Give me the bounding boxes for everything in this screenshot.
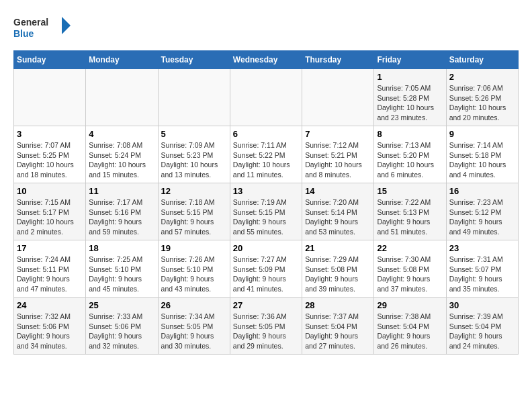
column-header-monday: Monday: [86, 51, 158, 69]
calendar-cell: 28Sunrise: 7:37 AM Sunset: 5:04 PM Dayli…: [302, 298, 374, 355]
calendar-cell: 24Sunrise: 7:32 AM Sunset: 5:06 PM Dayli…: [14, 298, 86, 355]
calendar-cell: 15Sunrise: 7:22 AM Sunset: 5:13 PM Dayli…: [374, 183, 446, 240]
day-info: Sunrise: 7:13 AM Sunset: 5:20 PM Dayligh…: [377, 140, 443, 180]
day-info: Sunrise: 7:24 AM Sunset: 5:11 PM Dayligh…: [17, 255, 83, 294]
day-number: 26: [161, 300, 227, 310]
column-header-sunday: Sunday: [14, 51, 86, 69]
calendar-cell: 4Sunrise: 7:08 AM Sunset: 5:24 PM Daylig…: [86, 126, 158, 183]
day-number: 2: [449, 72, 515, 82]
header-row: SundayMondayTuesdayWednesdayThursdayFrid…: [14, 51, 519, 69]
day-info: Sunrise: 7:05 AM Sunset: 5:28 PM Dayligh…: [377, 83, 443, 123]
day-info: Sunrise: 7:06 AM Sunset: 5:26 PM Dayligh…: [449, 83, 515, 123]
calendar-cell: [230, 69, 302, 126]
day-info: Sunrise: 7:32 AM Sunset: 5:06 PM Dayligh…: [17, 312, 83, 351]
day-info: Sunrise: 7:27 AM Sunset: 5:09 PM Dayligh…: [233, 255, 299, 294]
day-info: Sunrise: 7:17 AM Sunset: 5:16 PM Dayligh…: [89, 197, 154, 237]
day-info: Sunrise: 7:15 AM Sunset: 5:17 PM Dayligh…: [17, 197, 83, 237]
column-header-wednesday: Wednesday: [230, 51, 302, 69]
calendar-cell: 19Sunrise: 7:26 AM Sunset: 5:10 PM Dayli…: [158, 240, 230, 298]
calendar-cell: 6Sunrise: 7:11 AM Sunset: 5:22 PM Daylig…: [230, 126, 302, 183]
day-number: 12: [161, 186, 227, 196]
calendar-cell: 29Sunrise: 7:38 AM Sunset: 5:04 PM Dayli…: [374, 298, 446, 355]
day-number: 25: [89, 300, 154, 310]
calendar-cell: 27Sunrise: 7:36 AM Sunset: 5:05 PM Dayli…: [230, 298, 302, 355]
week-row: 1Sunrise: 7:05 AM Sunset: 5:28 PM Daylig…: [14, 69, 519, 126]
day-info: Sunrise: 7:22 AM Sunset: 5:13 PM Dayligh…: [377, 197, 443, 237]
calendar-cell: [14, 69, 86, 126]
day-number: 21: [305, 243, 371, 253]
calendar-cell: 22Sunrise: 7:30 AM Sunset: 5:08 PM Dayli…: [374, 240, 446, 298]
day-info: Sunrise: 7:38 AM Sunset: 5:04 PM Dayligh…: [377, 312, 443, 351]
calendar-cell: [302, 69, 374, 126]
day-info: Sunrise: 7:23 AM Sunset: 5:12 PM Dayligh…: [449, 197, 515, 237]
day-number: 28: [305, 300, 371, 310]
column-header-tuesday: Tuesday: [158, 51, 230, 69]
day-number: 16: [449, 186, 515, 196]
column-header-thursday: Thursday: [302, 51, 374, 69]
day-info: Sunrise: 7:29 AM Sunset: 5:08 PM Dayligh…: [305, 255, 371, 294]
day-number: 8: [377, 129, 443, 139]
calendar-cell: [158, 69, 230, 126]
day-number: 22: [377, 243, 443, 253]
day-number: 5: [161, 129, 227, 139]
calendar-cell: 5Sunrise: 7:09 AM Sunset: 5:23 PM Daylig…: [158, 126, 230, 183]
day-info: Sunrise: 7:11 AM Sunset: 5:22 PM Dayligh…: [233, 140, 299, 180]
day-info: Sunrise: 7:20 AM Sunset: 5:14 PM Dayligh…: [305, 197, 371, 237]
day-number: 17: [17, 243, 83, 253]
day-number: 19: [161, 243, 227, 253]
day-number: 23: [449, 243, 515, 253]
calendar-cell: 26Sunrise: 7:34 AM Sunset: 5:05 PM Dayli…: [158, 298, 230, 355]
day-info: Sunrise: 7:09 AM Sunset: 5:23 PM Dayligh…: [161, 140, 227, 180]
day-info: Sunrise: 7:34 AM Sunset: 5:05 PM Dayligh…: [161, 312, 227, 351]
calendar-cell: 3Sunrise: 7:07 AM Sunset: 5:25 PM Daylig…: [14, 126, 86, 183]
day-info: Sunrise: 7:25 AM Sunset: 5:10 PM Dayligh…: [89, 255, 154, 294]
day-number: 1: [377, 72, 443, 82]
calendar-cell: 21Sunrise: 7:29 AM Sunset: 5:08 PM Dayli…: [302, 240, 374, 298]
day-info: Sunrise: 7:31 AM Sunset: 5:07 PM Dayligh…: [449, 255, 515, 294]
calendar-cell: 9Sunrise: 7:14 AM Sunset: 5:18 PM Daylig…: [446, 126, 518, 183]
day-info: Sunrise: 7:39 AM Sunset: 5:04 PM Dayligh…: [449, 312, 515, 351]
day-number: 20: [233, 243, 299, 253]
svg-text:General: General: [13, 17, 48, 28]
day-number: 30: [449, 300, 515, 310]
calendar-cell: 30Sunrise: 7:39 AM Sunset: 5:04 PM Dayli…: [446, 298, 518, 355]
day-number: 24: [17, 300, 83, 310]
day-info: Sunrise: 7:12 AM Sunset: 5:21 PM Dayligh…: [305, 140, 371, 180]
day-number: 13: [233, 186, 299, 196]
day-number: 4: [89, 129, 154, 139]
calendar-table: SundayMondayTuesdayWednesdayThursdayFrid…: [13, 50, 519, 355]
calendar-cell: 12Sunrise: 7:18 AM Sunset: 5:15 PM Dayli…: [158, 183, 230, 240]
week-row: 24Sunrise: 7:32 AM Sunset: 5:06 PM Dayli…: [14, 298, 519, 355]
day-info: Sunrise: 7:14 AM Sunset: 5:18 PM Dayligh…: [449, 140, 515, 180]
day-info: Sunrise: 7:30 AM Sunset: 5:08 PM Dayligh…: [377, 255, 443, 294]
day-info: Sunrise: 7:36 AM Sunset: 5:05 PM Dayligh…: [233, 312, 299, 351]
week-row: 10Sunrise: 7:15 AM Sunset: 5:17 PM Dayli…: [14, 183, 519, 240]
generalblue-logo: General Blue: [13, 13, 74, 44]
day-number: 18: [89, 243, 154, 253]
header: General Blue: [13, 13, 519, 44]
day-number: 9: [449, 129, 515, 139]
day-info: Sunrise: 7:18 AM Sunset: 5:15 PM Dayligh…: [161, 197, 227, 237]
day-number: 6: [233, 129, 299, 139]
logo: General Blue: [13, 13, 74, 44]
calendar-cell: 14Sunrise: 7:20 AM Sunset: 5:14 PM Dayli…: [302, 183, 374, 240]
day-number: 3: [17, 129, 83, 139]
day-number: 15: [377, 186, 443, 196]
day-info: Sunrise: 7:26 AM Sunset: 5:10 PM Dayligh…: [161, 255, 227, 294]
calendar-cell: [86, 69, 158, 126]
day-info: Sunrise: 7:08 AM Sunset: 5:24 PM Dayligh…: [89, 140, 154, 180]
calendar-cell: 18Sunrise: 7:25 AM Sunset: 5:10 PM Dayli…: [86, 240, 158, 298]
calendar-cell: 20Sunrise: 7:27 AM Sunset: 5:09 PM Dayli…: [230, 240, 302, 298]
day-number: 7: [305, 129, 371, 139]
calendar-cell: 17Sunrise: 7:24 AM Sunset: 5:11 PM Dayli…: [14, 240, 86, 298]
calendar-cell: 25Sunrise: 7:33 AM Sunset: 5:06 PM Dayli…: [86, 298, 158, 355]
calendar-cell: 8Sunrise: 7:13 AM Sunset: 5:20 PM Daylig…: [374, 126, 446, 183]
calendar-cell: 2Sunrise: 7:06 AM Sunset: 5:26 PM Daylig…: [446, 69, 518, 126]
column-header-friday: Friday: [374, 51, 446, 69]
day-info: Sunrise: 7:19 AM Sunset: 5:15 PM Dayligh…: [233, 197, 299, 237]
calendar-cell: 16Sunrise: 7:23 AM Sunset: 5:12 PM Dayli…: [446, 183, 518, 240]
day-number: 10: [17, 186, 83, 196]
column-header-saturday: Saturday: [446, 51, 518, 69]
calendar-cell: 13Sunrise: 7:19 AM Sunset: 5:15 PM Dayli…: [230, 183, 302, 240]
calendar-cell: 7Sunrise: 7:12 AM Sunset: 5:21 PM Daylig…: [302, 126, 374, 183]
